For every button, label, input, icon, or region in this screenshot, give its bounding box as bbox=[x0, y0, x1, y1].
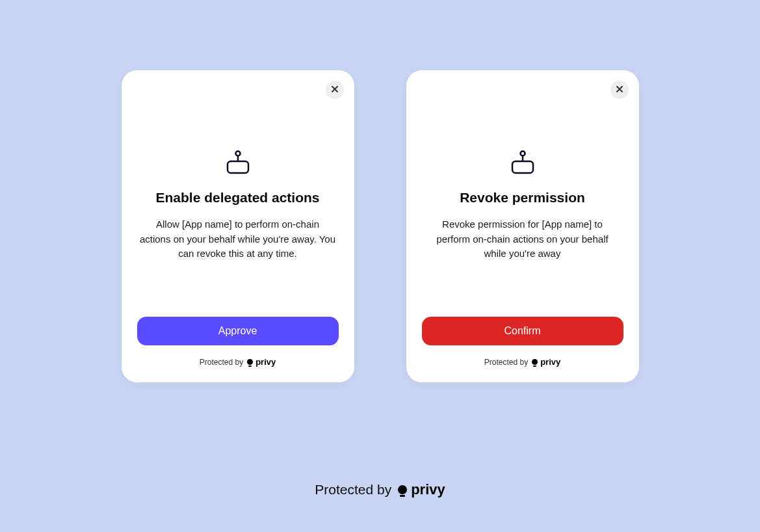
close-button[interactable] bbox=[326, 81, 344, 99]
robot-icon bbox=[137, 148, 339, 177]
card-footer: Protected by privy bbox=[422, 357, 623, 367]
close-button[interactable] bbox=[610, 81, 629, 99]
enable-delegated-card: Enable delegated actions Allow [App name… bbox=[122, 70, 354, 382]
privy-logo: privy bbox=[532, 357, 560, 367]
svg-point-3 bbox=[520, 152, 525, 156]
privy-dot-icon bbox=[398, 485, 407, 494]
privy-dot-icon bbox=[247, 359, 253, 365]
close-icon bbox=[331, 85, 339, 95]
close-icon bbox=[616, 85, 623, 95]
privy-logo: privy bbox=[247, 357, 276, 367]
footer-label: Protected by bbox=[484, 358, 528, 367]
svg-point-0 bbox=[235, 152, 240, 156]
privy-brand-text: privy bbox=[540, 357, 560, 367]
confirm-button[interactable]: Confirm bbox=[422, 317, 623, 345]
svg-rect-5 bbox=[512, 161, 533, 173]
revoke-permission-card: Revoke permission Revoke permission for … bbox=[406, 70, 639, 382]
cards-container: Enable delegated actions Allow [App name… bbox=[0, 0, 760, 382]
svg-rect-2 bbox=[228, 161, 248, 173]
card-title: Enable delegated actions bbox=[137, 190, 339, 206]
footer-label: Protected by bbox=[200, 358, 243, 367]
privy-brand-text: privy bbox=[411, 481, 445, 498]
card-description: Revoke permission for [App name] to perf… bbox=[422, 217, 623, 261]
privy-dot-icon bbox=[532, 359, 538, 365]
robot-icon bbox=[422, 148, 623, 177]
privy-brand-text: privy bbox=[256, 357, 276, 367]
privy-logo: privy bbox=[398, 481, 445, 498]
card-footer: Protected by privy bbox=[137, 357, 339, 367]
page-footer-label: Protected by bbox=[315, 482, 391, 498]
approve-button[interactable]: Approve bbox=[137, 317, 339, 345]
page-footer: Protected by privy bbox=[0, 481, 760, 498]
card-title: Revoke permission bbox=[422, 190, 623, 206]
card-description: Allow [App name] to perform on-chain act… bbox=[137, 217, 339, 261]
